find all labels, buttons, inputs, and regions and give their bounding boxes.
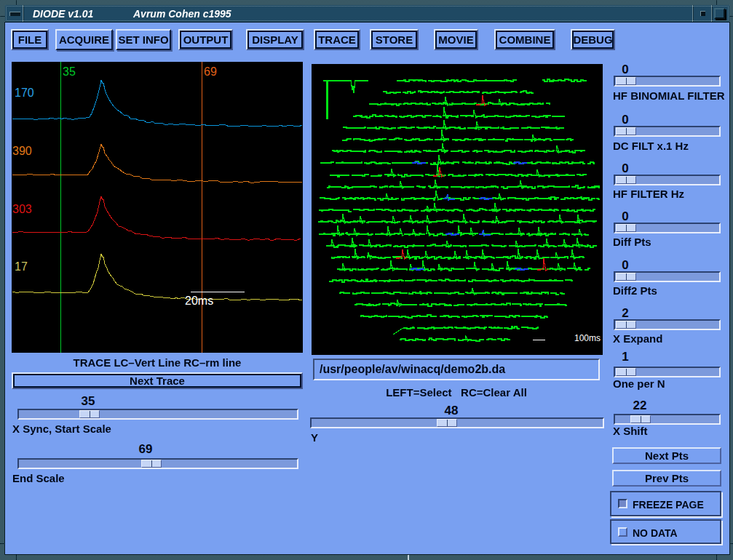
svg-text:17: 17: [15, 260, 28, 273]
svg-text:35: 35: [63, 65, 76, 78]
svg-text:69: 69: [204, 65, 217, 78]
svg-text:100ms: 100ms: [574, 333, 601, 343]
svg-text:303: 303: [12, 203, 32, 215]
svg-text:390: 390: [12, 145, 32, 157]
svg-text:20ms: 20ms: [185, 295, 213, 307]
svg-text:170: 170: [15, 87, 34, 99]
